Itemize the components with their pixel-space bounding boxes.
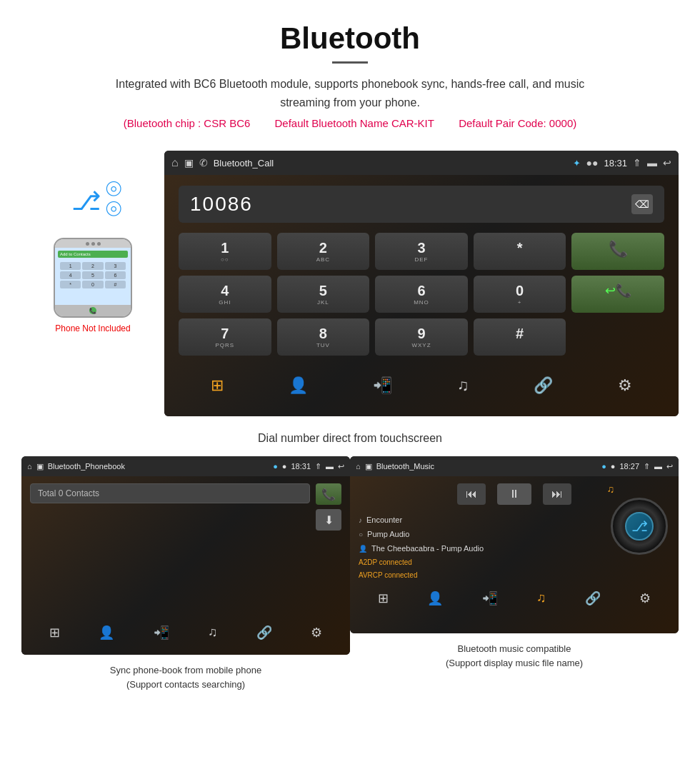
- pb-dialpad-icon[interactable]: ⊞: [44, 622, 66, 643]
- music-call-icon[interactable]: 📲: [476, 588, 504, 609]
- music-back-icon: ↩: [666, 462, 673, 471]
- music-music-icon[interactable]: ♫: [531, 588, 552, 609]
- back-icon: ↩: [663, 157, 671, 169]
- pb-status-bar: ⌂ ▣ Bluetooth_Phonebook ● ● 18:31 ⇑ ▬ ↩: [21, 456, 350, 476]
- pb-contact-list: [30, 531, 341, 616]
- music-bt-icon: ●: [601, 462, 606, 471]
- spec-name: Default Bluetooth Name CAR-KIT: [275, 117, 434, 129]
- pb-call-button[interactable]: 📞: [316, 483, 341, 505]
- music-track-3: The Cheebacabra - Pump Audio: [371, 542, 484, 556]
- key-star[interactable]: *: [474, 233, 566, 270]
- pb-call-log-icon[interactable]: 📲: [148, 622, 175, 643]
- dialer-time: 18:31: [604, 158, 627, 169]
- keypad-grid: 1○○ 2ABC 3DEF * 📞 4GHI: [179, 233, 664, 356]
- key-6[interactable]: 6MNO: [375, 276, 468, 313]
- key-2[interactable]: 2ABC: [277, 233, 370, 270]
- phone-key-star: *: [60, 281, 81, 288]
- key-4[interactable]: 4GHI: [179, 276, 271, 313]
- phone-dot-1: [86, 242, 89, 246]
- contacts-icon[interactable]: 👤: [281, 373, 315, 398]
- music-person-icon: 👤: [359, 543, 367, 556]
- page-header: Bluetooth Integrated with BC6 Bluetooth …: [0, 0, 700, 144]
- key-8[interactable]: 8TUV: [277, 318, 370, 356]
- pb-action-col: 📞 ⬇: [316, 483, 341, 531]
- key-7[interactable]: 7PQRS: [179, 318, 271, 356]
- music-screen: ⌂ ▣ Bluetooth_Music ● ● 18:27 ⇑ ▬ ↩ ⏮ ⏸ …: [350, 456, 679, 633]
- phone-device: Add to Contacts 1 2 3 4 5 6 * 0 # 📞: [54, 238, 132, 318]
- title-underline: [332, 61, 368, 64]
- key-5[interactable]: 5JKL: [277, 276, 370, 313]
- play-button[interactable]: ⏸: [497, 483, 531, 505]
- phone-dot-3: [97, 242, 101, 246]
- phone-not-included-label: Phone Not Included: [55, 323, 130, 333]
- home-icon: ⌂: [171, 156, 179, 169]
- phone-key-5: 5: [82, 271, 103, 279]
- phone-key-1: 1: [60, 262, 81, 270]
- music-body: ⏮ ⏸ ⏭ ♪ Encounter ○ Pump Audio 👤 T: [350, 476, 679, 633]
- call-button[interactable]: 📞: [571, 233, 664, 270]
- phone-call-btn: 📞: [89, 307, 96, 314]
- music-home-icon: ⌂: [356, 462, 361, 471]
- pb-time: 18:31: [291, 462, 311, 471]
- phone-key-6: 6: [105, 271, 126, 279]
- phone-dot-2: [91, 242, 95, 246]
- pb-window-icon: ▬: [326, 462, 334, 471]
- car-status-bar: ⌂ ▣ ✆ Bluetooth_Call ✦ ●● 18:31 ⇑ ▬ ↩: [164, 151, 679, 175]
- music-vinyl-record: ⎇: [611, 498, 668, 555]
- music-window-icon: ▬: [654, 462, 662, 471]
- dialer-caption: Dial number direct from touchscreen: [0, 423, 700, 456]
- phone-key-3: 3: [105, 262, 126, 270]
- pb-music-icon[interactable]: ♫: [202, 622, 224, 643]
- dialpad-icon[interactable]: ⊞: [204, 373, 231, 398]
- pb-link-icon[interactable]: 🔗: [251, 622, 278, 643]
- pb-settings-icon[interactable]: ⚙: [305, 622, 328, 643]
- recall-button[interactable]: ↩📞: [571, 276, 664, 313]
- pb-back-icon: ↩: [338, 462, 344, 471]
- window-icon: ▬: [647, 157, 657, 169]
- pb-signal-dots: ●: [282, 462, 287, 471]
- music-contacts-icon[interactable]: 👤: [421, 588, 449, 609]
- dialer-body: 10086 ⌫ 1○○ 2ABC 3DEF * 📞: [164, 175, 679, 416]
- backspace-button[interactable]: ⌫: [631, 194, 653, 214]
- music-icon[interactable]: ♫: [450, 373, 476, 398]
- music-caption-line2: (Support display music file name): [446, 658, 583, 668]
- pb-app-name: Bluetooth_Phonebook: [48, 462, 269, 471]
- specs-line: (Bluetooth chip : CSR BC6 Default Blueto…: [14, 117, 686, 129]
- call-log-icon[interactable]: 📲: [366, 373, 399, 398]
- music-dialpad-icon[interactable]: ⊞: [372, 588, 394, 609]
- music-link-icon[interactable]: 🔗: [579, 588, 606, 609]
- dialer-app-name: Bluetooth_Call: [214, 158, 567, 169]
- pb-expand-icon: ⇑: [315, 462, 321, 471]
- pb-signal-icon: ▣: [36, 462, 44, 471]
- pb-contacts-icon[interactable]: 👤: [93, 622, 120, 643]
- key-3[interactable]: 3DEF: [375, 233, 468, 270]
- music-expand-icon: ⇑: [644, 462, 650, 471]
- link-icon[interactable]: 🔗: [526, 373, 560, 398]
- pb-download-button[interactable]: ⬇: [316, 509, 341, 531]
- pb-search-input[interactable]: Total 0 Contacts: [30, 483, 310, 503]
- car-dialer-screen: ⌂ ▣ ✆ Bluetooth_Call ✦ ●● 18:31 ⇑ ▬ ↩ 10…: [164, 151, 679, 416]
- music-time: 18:27: [619, 462, 639, 471]
- bluetooth-waves-icon: ⦾⦾: [106, 179, 121, 219]
- key-9[interactable]: 9WXYZ: [375, 318, 468, 356]
- phone-screen: Add to Contacts 1 2 3 4 5 6 * 0 #: [55, 248, 131, 305]
- music-status-bar: ⌂ ▣ Bluetooth_Music ● ● 18:27 ⇑ ▬ ↩: [350, 456, 679, 476]
- phone-bottom-bar: 📞: [55, 305, 131, 316]
- dialer-number: 10086: [190, 193, 253, 216]
- phone-key-4: 4: [60, 271, 81, 279]
- music-settings-icon[interactable]: ⚙: [634, 588, 656, 609]
- prev-button[interactable]: ⏮: [457, 483, 486, 505]
- music-avrcp-status: AVRCP connected: [359, 569, 670, 582]
- settings-icon[interactable]: ⚙: [611, 373, 639, 398]
- main-content-row: ⎇ ⦾⦾ Add to Contacts 1 2 3 4 5 6 *: [0, 144, 700, 423]
- bt-status-icon: ✦: [573, 158, 581, 169]
- spec-code: Default Pair Code: 0000): [459, 117, 576, 129]
- music-floating-notes-icon: ♫: [607, 483, 615, 495]
- next-button[interactable]: ⏭: [543, 483, 571, 505]
- key-0[interactable]: 0+: [474, 276, 566, 313]
- bluetooth-icon-wrap: ⎇ ⦾⦾: [64, 172, 121, 229]
- key-1[interactable]: 1○○: [179, 233, 271, 270]
- phonebook-caption: Sync phone-book from mobile phone (Suppo…: [103, 660, 269, 698]
- expand-icon: ⇑: [633, 157, 641, 169]
- key-hash[interactable]: #: [474, 318, 566, 356]
